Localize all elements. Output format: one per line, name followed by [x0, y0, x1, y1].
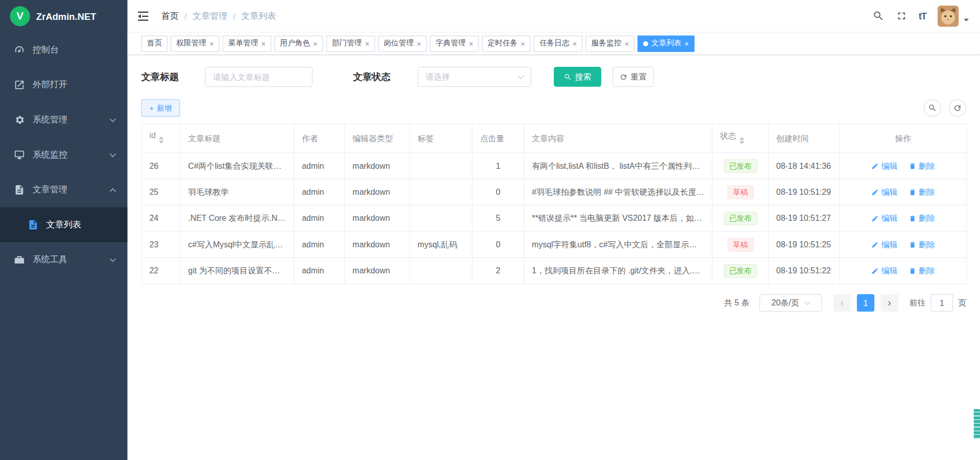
add-button[interactable]: + 新增	[141, 99, 180, 117]
breadcrumb-home[interactable]: 首页	[161, 10, 179, 21]
column-header-id[interactable]: id	[141, 124, 180, 152]
goto-page-input[interactable]	[930, 294, 953, 312]
sort-icon[interactable]	[740, 134, 745, 146]
column-header-title: 文章标题	[180, 124, 294, 152]
page-number-button[interactable]: 1	[857, 294, 874, 312]
close-icon[interactable]: ×	[624, 40, 629, 47]
cell-id: 24	[141, 205, 180, 231]
sidebar-item-system-monitor[interactable]: 系统监控	[0, 137, 128, 172]
tab-label: 权限管理	[176, 38, 206, 49]
edit-button[interactable]: 编辑	[871, 213, 897, 224]
edit-button[interactable]: 编辑	[871, 239, 897, 250]
tab-scheduled-task[interactable]: 定时任务 ×	[482, 35, 531, 52]
page-size-select[interactable]: 20条/页	[760, 294, 822, 312]
sidebar-item-article-management[interactable]: 文章管理	[0, 172, 128, 208]
delete-button[interactable]: 删除	[909, 239, 935, 250]
refresh-icon	[953, 104, 962, 112]
caret-down-icon[interactable]	[964, 18, 969, 23]
cell-tags	[410, 205, 472, 231]
tab-user-role[interactable]: 用户角色 ×	[275, 35, 324, 52]
cell-clicks: 0	[472, 232, 524, 258]
edit-icon	[871, 241, 879, 248]
cell-clicks: 2	[472, 258, 524, 284]
avatar[interactable]	[938, 5, 959, 27]
close-icon[interactable]: ×	[313, 40, 318, 47]
next-page-button[interactable]: ›	[880, 294, 898, 312]
sidebar-item-system-management[interactable]: 系统管理	[0, 103, 128, 138]
cell-author: admin	[294, 205, 345, 231]
edit-button[interactable]: 编辑	[871, 160, 897, 171]
tab-department[interactable]: 部门管理 ×	[326, 35, 375, 52]
sidebar-item-label: 外部打开	[33, 80, 68, 91]
cell-status: 草稿	[712, 232, 768, 258]
sidebar-item-dashboard[interactable]: 控制台	[0, 33, 128, 68]
close-icon[interactable]: ×	[521, 40, 525, 47]
article-status-select[interactable]: 请选择	[418, 67, 531, 87]
sidebar-item-external-open[interactable]: 外部打开	[0, 67, 128, 103]
tab-article-list[interactable]: 文章列表 ×	[638, 35, 694, 52]
search-button[interactable]: 搜索	[554, 67, 601, 87]
table-header-row: id 文章标题 作者 编辑器类型 标签 点击量 文章内容 状态 创建时间	[141, 124, 966, 152]
refresh-table-button[interactable]	[949, 99, 966, 117]
cell-created: 08-19 10:51:27	[769, 205, 840, 231]
edit-icon	[871, 162, 879, 170]
fullscreen-icon[interactable]	[895, 10, 907, 22]
filter-form: 文章标题 文章状态 请选择 搜索 重置	[141, 67, 966, 87]
prev-page-button[interactable]: ‹	[833, 294, 850, 312]
cell-id: 22	[141, 258, 180, 284]
tab-post[interactable]: 岗位管理 ×	[378, 35, 427, 52]
tab-dictionary[interactable]: 字典管理 ×	[430, 35, 479, 52]
close-icon[interactable]: ×	[261, 40, 266, 47]
search-icon	[928, 104, 937, 112]
sidebar-item-label: 系统工具	[33, 254, 68, 265]
breadcrumb-separator: /	[233, 11, 236, 21]
refresh-icon	[619, 73, 627, 81]
edit-button[interactable]: 编辑	[871, 187, 897, 198]
close-icon[interactable]: ×	[573, 40, 577, 47]
cell-content: mysql字符集utf8，c#写入中文后，全部显示成? ...	[524, 232, 713, 258]
font-size-icon[interactable]: tT	[919, 11, 926, 21]
close-icon[interactable]: ×	[469, 40, 473, 47]
sort-icon[interactable]	[159, 134, 164, 146]
column-header-editor: 编辑器类型	[345, 124, 409, 152]
tab-menu[interactable]: 菜单管理 ×	[223, 35, 272, 52]
close-icon[interactable]: ×	[365, 40, 370, 47]
app-logo[interactable]: V ZrAdmin.NET	[0, 0, 128, 33]
tab-permission[interactable]: 权限管理 ×	[170, 35, 219, 52]
chevron-down-icon	[804, 299, 811, 305]
collapse-sidebar-icon[interactable]	[136, 9, 150, 23]
main-area: 首页 / 文章管理 / 文章列表 tT	[128, 0, 980, 460]
close-icon[interactable]: ×	[209, 40, 214, 47]
table-row: 23 c#写入Mysql中文显示乱码 ... admin markdown my…	[141, 232, 966, 258]
edit-button[interactable]: 编辑	[871, 265, 897, 276]
cell-created: 08-19 10:51:25	[769, 232, 840, 258]
close-icon[interactable]: ×	[417, 40, 422, 47]
cell-editor: markdown	[345, 258, 409, 284]
delete-button[interactable]: 删除	[909, 265, 935, 276]
tab-service-monitor[interactable]: 服务监控 ×	[586, 35, 635, 52]
delete-button[interactable]: 删除	[909, 160, 935, 171]
tab-home[interactable]: 首页	[141, 35, 167, 52]
sidebar-item-system-tools[interactable]: 系统工具	[0, 242, 128, 277]
cell-actions: 编辑 删除	[840, 205, 967, 231]
external-link-icon	[14, 80, 25, 91]
close-icon[interactable]: ×	[684, 40, 689, 47]
column-header-status[interactable]: 状态	[712, 124, 768, 152]
article-title-input[interactable]	[205, 67, 313, 87]
tab-task-log[interactable]: 任务日志 ×	[534, 35, 583, 52]
delete-button[interactable]: 删除	[909, 187, 935, 198]
sidebar-item-article-list[interactable]: 文章列表	[0, 208, 128, 243]
reset-button[interactable]: 重置	[612, 67, 654, 87]
toggle-search-button[interactable]	[924, 99, 941, 117]
column-header-author: 作者	[294, 124, 345, 152]
scrollbar-widget[interactable]	[974, 409, 980, 439]
trash-icon	[909, 162, 916, 170]
chevron-down-icon	[110, 255, 116, 262]
cell-clicks: 0	[472, 179, 524, 205]
breadcrumb-section[interactable]: 文章管理	[192, 10, 228, 21]
toolbox-icon	[14, 254, 25, 265]
search-icon[interactable]	[872, 10, 884, 22]
status-badge: 草稿	[727, 185, 753, 199]
delete-button[interactable]: 删除	[909, 213, 935, 224]
document-icon	[14, 184, 25, 195]
